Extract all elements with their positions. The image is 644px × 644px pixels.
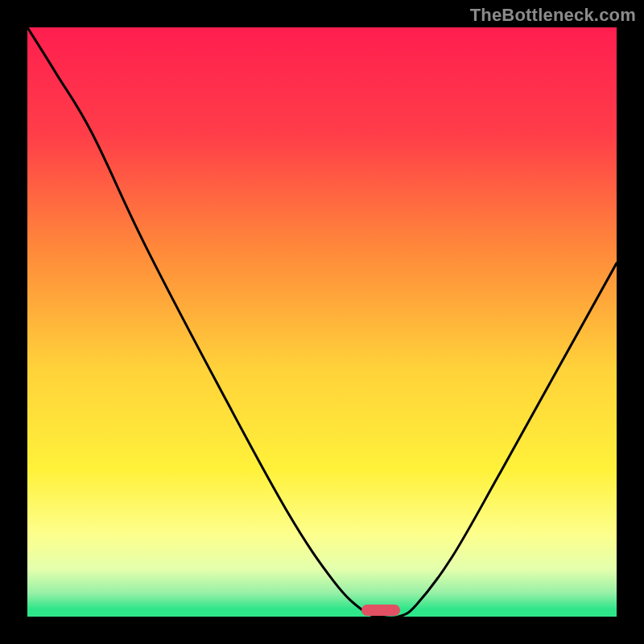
watermark-text: TheBottleneck.com [470,5,636,26]
chart-frame: TheBottleneck.com [0,0,644,644]
bottleneck-curve [27,27,617,617]
curve-path [27,27,617,617]
optimum-marker [361,605,400,616]
plot-area [27,27,617,617]
